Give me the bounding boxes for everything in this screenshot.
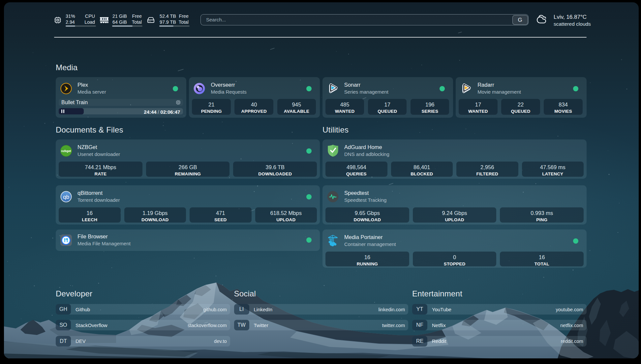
svg-text:qb: qb — [63, 194, 69, 200]
svg-text:nzbget: nzbget — [61, 149, 71, 153]
